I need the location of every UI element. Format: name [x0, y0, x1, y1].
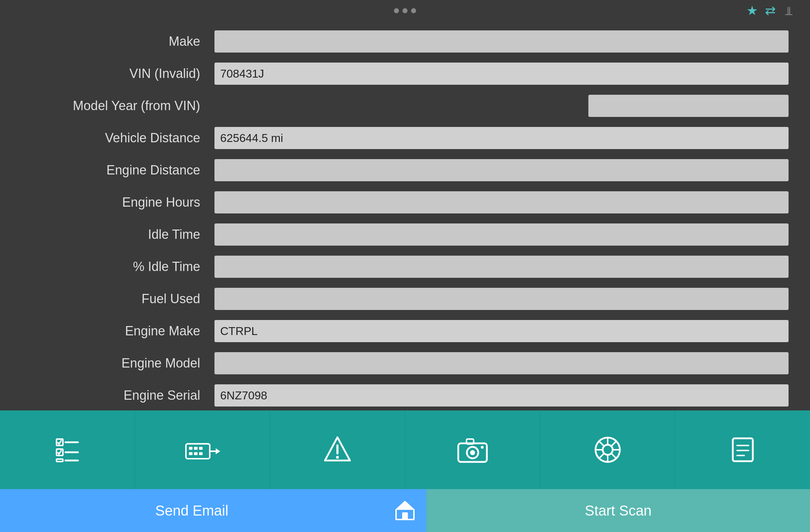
engine-hours-row: Engine Hours	[21, 189, 789, 215]
svg-marker-39	[396, 502, 414, 510]
svg-point-22	[481, 446, 484, 449]
svg-rect-11	[194, 452, 198, 455]
home-icon	[394, 500, 416, 521]
make-input[interactable]	[214, 30, 789, 53]
pct-idle-time-row: % Idle Time	[21, 254, 789, 280]
svg-rect-2	[56, 459, 63, 462]
nav-obd[interactable]	[135, 410, 270, 489]
svg-point-17	[336, 456, 339, 459]
pct-idle-time-label: % Idle Time	[21, 259, 214, 274]
vehicle-distance-input[interactable]	[214, 127, 789, 149]
vehicle-distance-row: Vehicle Distance	[21, 125, 789, 151]
nav-camera[interactable]	[405, 410, 540, 489]
bottom-nav	[0, 410, 810, 489]
top-icons: ★ ⇄ ⫫	[746, 3, 796, 18]
svg-rect-10	[189, 452, 193, 455]
top-bar: ★ ⇄ ⫫	[0, 0, 810, 21]
engine-make-input[interactable]	[214, 320, 789, 342]
dot-2	[402, 8, 408, 13]
engine-hours-input[interactable]	[214, 191, 789, 213]
notes-icon	[728, 435, 757, 464]
svg-point-20	[470, 450, 475, 455]
svg-point-24	[603, 445, 613, 455]
obd-icon	[184, 435, 220, 464]
engine-make-row: Engine Make	[21, 318, 789, 344]
bluetooth-icon: ★	[746, 3, 758, 18]
idle-time-input[interactable]	[214, 223, 789, 246]
engine-model-row: Engine Model	[21, 350, 789, 376]
nav-wheel[interactable]	[540, 410, 675, 489]
home-button[interactable]	[384, 489, 426, 532]
fuel-used-input[interactable]	[214, 288, 789, 310]
wheel-icon	[593, 435, 622, 464]
pct-idle-time-input[interactable]	[214, 256, 789, 278]
engine-serial-input[interactable]	[214, 384, 789, 407]
engine-distance-label: Engine Distance	[21, 163, 214, 178]
engine-make-label: Engine Make	[21, 324, 214, 339]
svg-rect-8	[194, 447, 198, 450]
vin-input[interactable]	[214, 63, 789, 85]
fuel-used-row: Fuel Used	[21, 286, 789, 312]
vin-row: VIN (Invalid)	[21, 61, 789, 87]
vehicle-distance-label: Vehicle Distance	[21, 130, 214, 146]
svg-line-30	[611, 453, 616, 458]
engine-model-input[interactable]	[214, 352, 789, 374]
engine-serial-row: Engine Serial	[21, 383, 789, 408]
svg-line-29	[599, 441, 604, 446]
idle-time-label: Idle Time	[21, 227, 214, 242]
vin-label: VIN (Invalid)	[21, 66, 214, 81]
dot-3	[411, 8, 416, 13]
battery-icon: ⫫	[783, 3, 796, 18]
engine-model-label: Engine Model	[21, 356, 214, 371]
make-label: Make	[21, 34, 214, 49]
form-container: Make VIN (Invalid) Model Year (from VIN)…	[0, 21, 810, 410]
svg-rect-12	[199, 452, 203, 455]
svg-rect-7	[189, 447, 193, 450]
start-scan-button[interactable]: Start Scan	[426, 489, 810, 532]
camera-icon	[456, 435, 489, 464]
svg-rect-9	[199, 447, 203, 450]
model-year-label: Model Year (from VIN)	[21, 98, 214, 113]
nav-checklist[interactable]	[0, 410, 135, 489]
send-email-button[interactable]: Send Email	[0, 489, 384, 532]
svg-rect-38	[402, 512, 408, 519]
engine-distance-row: Engine Distance	[21, 157, 789, 183]
model-year-input[interactable]	[588, 95, 789, 117]
svg-rect-6	[186, 444, 210, 459]
make-row: Make	[21, 29, 789, 54]
fuel-used-label: Fuel Used	[21, 291, 214, 306]
arrows-icon: ⇄	[765, 3, 776, 18]
top-dots	[394, 8, 416, 13]
warning-icon	[323, 435, 352, 464]
nav-notes[interactable]	[675, 410, 810, 489]
dot-1	[394, 8, 399, 13]
engine-distance-input[interactable]	[214, 159, 789, 181]
svg-marker-14	[216, 448, 221, 454]
engine-hours-label: Engine Hours	[21, 195, 214, 210]
idle-time-row: Idle Time	[21, 222, 789, 247]
model-year-row: Model Year (from VIN)	[21, 93, 789, 119]
checklist-icon	[53, 435, 82, 464]
nav-warning[interactable]	[270, 410, 405, 489]
svg-line-32	[599, 453, 604, 458]
action-bar: Send Email Start Scan	[0, 489, 810, 532]
svg-line-31	[611, 441, 616, 446]
engine-serial-label: Engine Serial	[21, 388, 214, 403]
